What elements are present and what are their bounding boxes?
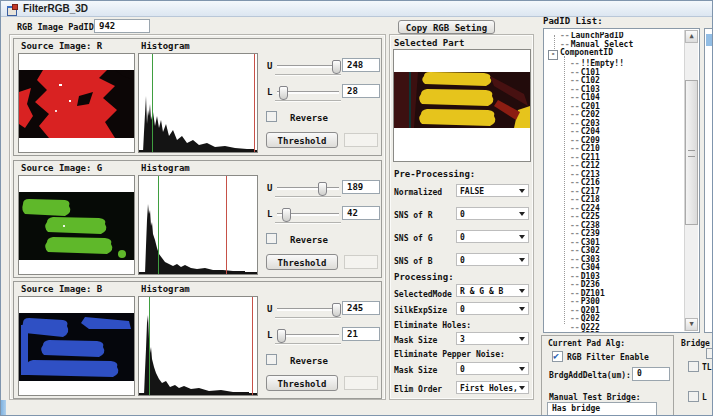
tree-item-label: ComponentID bbox=[560, 48, 613, 57]
sns-b-dropdown[interactable]: 0 bbox=[456, 253, 529, 266]
u-slider-thumb[interactable] bbox=[332, 303, 341, 317]
tree-item[interactable]: C211 bbox=[548, 154, 685, 163]
tree-item[interactable]: !!Empty!! bbox=[548, 60, 685, 69]
tree-item[interactable]: C303 bbox=[548, 256, 685, 265]
preprocessing-title: Pre-Processing: bbox=[394, 169, 475, 179]
l-slider-thumb[interactable] bbox=[277, 329, 286, 343]
tree-item[interactable]: C224 bbox=[548, 205, 685, 214]
bridge-delta-field[interactable]: 0 bbox=[632, 367, 670, 381]
u-value-field[interactable]: 248 bbox=[342, 58, 380, 72]
holes-mask-dropdown[interactable]: 3 bbox=[456, 332, 529, 345]
tree-scrollbar[interactable]: ▲ ▼ bbox=[684, 30, 698, 331]
l-value-field[interactable]: 21 bbox=[342, 327, 380, 341]
l-slider[interactable] bbox=[277, 213, 339, 216]
u-value-field[interactable]: 189 bbox=[342, 180, 380, 194]
selected-mode-dropdown[interactable]: R & G & B bbox=[456, 284, 529, 297]
tree-item[interactable]: C304 bbox=[548, 264, 685, 273]
sns-g-dropdown[interactable]: 0 bbox=[456, 230, 529, 243]
u-slider[interactable] bbox=[277, 187, 339, 190]
u-value-field[interactable]: 245 bbox=[342, 301, 380, 315]
sns-g-value: 0 bbox=[460, 233, 465, 242]
elim-order-dropdown[interactable]: First Holes, bbox=[456, 381, 529, 394]
sns-g-label: SNS of G bbox=[394, 234, 433, 243]
u-slider-thumb[interactable] bbox=[332, 60, 341, 74]
tree-item[interactable]: C217 bbox=[548, 188, 685, 197]
tree-item[interactable]: C101 bbox=[548, 69, 685, 78]
l-slider[interactable] bbox=[277, 334, 339, 337]
pad-id-field[interactable]: 942 bbox=[94, 19, 150, 33]
threshold-button[interactable]: Threshold bbox=[266, 132, 338, 148]
reverse-checkbox[interactable] bbox=[266, 111, 277, 122]
source-image-g bbox=[18, 175, 135, 275]
tree-item[interactable]: C203 bbox=[548, 120, 685, 129]
tree-item[interactable]: C212 bbox=[548, 162, 685, 171]
bridge-tl-checkbox[interactable] bbox=[688, 361, 699, 372]
pepper-mask-dropdown[interactable]: 0 bbox=[456, 362, 529, 375]
tree-item[interactable]: C218 bbox=[548, 196, 685, 205]
normalized-dropdown[interactable]: FALSE bbox=[456, 184, 529, 197]
sns-r-dropdown[interactable]: 0 bbox=[456, 207, 529, 220]
tree-item[interactable]: DZ101 bbox=[548, 290, 685, 299]
tree-item[interactable]: C302 bbox=[548, 247, 685, 256]
source-image-r bbox=[18, 53, 135, 153]
tree-item[interactable]: C204 bbox=[548, 128, 685, 137]
tree-item[interactable]: D103 bbox=[548, 273, 685, 282]
tree-item[interactable]: C103 bbox=[548, 86, 685, 95]
tree-item[interactable]: C210 bbox=[548, 145, 685, 154]
tree-item[interactable]: C209 bbox=[548, 137, 685, 146]
bridge-checkbox-partial[interactable] bbox=[706, 348, 713, 359]
lower-threshold-marker bbox=[149, 297, 150, 395]
window-border-fragment bbox=[1, 400, 6, 416]
tree-item[interactable]: D236 bbox=[548, 281, 685, 290]
reverse-checkbox[interactable] bbox=[266, 233, 277, 244]
histogram-r-label: Histogram bbox=[141, 41, 190, 51]
l-slider-thumb[interactable] bbox=[282, 208, 291, 222]
tree-item[interactable]: C225 bbox=[548, 213, 685, 222]
title-bar[interactable]: FilterRGB_3D bbox=[1, 1, 712, 17]
channel-panel-r: Source Image: R Histogram U bbox=[13, 38, 382, 156]
threshold-result-box bbox=[344, 133, 378, 147]
silk-exp-dropdown[interactable]: 0 bbox=[456, 302, 529, 315]
tree-item[interactable]: Q202 bbox=[548, 315, 685, 324]
manual-bridge-field[interactable]: Has bridge bbox=[547, 402, 657, 416]
tree-item[interactable]: Q222 bbox=[548, 324, 685, 333]
scroll-thumb[interactable] bbox=[685, 80, 698, 225]
u-slider[interactable] bbox=[277, 308, 339, 311]
elim-order-label: Elim Order bbox=[394, 385, 442, 394]
l-slider-thumb[interactable] bbox=[279, 86, 288, 100]
l-value-field[interactable]: 42 bbox=[342, 206, 380, 220]
bridge-l-label: L bbox=[702, 393, 707, 402]
tree-item[interactable]: C201 bbox=[548, 103, 685, 112]
selected-mode-label: SelectedMode bbox=[394, 290, 452, 299]
side-listbox-partial[interactable] bbox=[704, 28, 713, 333]
tree-item[interactable]: C239 bbox=[548, 230, 685, 239]
scroll-down-icon[interactable]: ▼ bbox=[685, 318, 698, 331]
sns-r-value: 0 bbox=[460, 210, 465, 219]
l-slider[interactable] bbox=[277, 91, 339, 94]
reverse-checkbox[interactable] bbox=[266, 354, 277, 365]
tree-item[interactable]: C202 bbox=[548, 111, 685, 120]
tree-item[interactable]: Q201 bbox=[548, 307, 685, 316]
tree-item[interactable]: C238 bbox=[548, 222, 685, 231]
tree-item[interactable]: C216 bbox=[548, 179, 685, 188]
l-slider-ticks bbox=[275, 343, 341, 344]
tree-item[interactable]: P300 bbox=[548, 298, 685, 307]
l-value-field[interactable]: 28 bbox=[342, 84, 380, 98]
tree-item[interactable]: C213 bbox=[548, 171, 685, 180]
copy-rgb-setting-button[interactable]: Copy RGB Seting bbox=[398, 20, 495, 34]
selected-part-image bbox=[393, 49, 531, 162]
chevron-down-icon bbox=[519, 189, 525, 193]
bridge-l-checkbox[interactable] bbox=[688, 391, 699, 402]
tree-collapse-icon[interactable]: - bbox=[548, 50, 558, 60]
tree-item[interactable]: C301 bbox=[548, 239, 685, 248]
tree-item[interactable]: C104 bbox=[548, 94, 685, 103]
sns-b-value: 0 bbox=[460, 256, 465, 265]
threshold-button[interactable]: Threshold bbox=[266, 375, 338, 391]
u-slider[interactable] bbox=[277, 65, 339, 68]
rgb-filter-checkbox[interactable] bbox=[552, 351, 563, 362]
threshold-button[interactable]: Threshold bbox=[266, 254, 338, 270]
u-slider-thumb[interactable] bbox=[318, 182, 327, 196]
selected-part-label: Selected Part bbox=[394, 38, 464, 48]
tree-item[interactable]: C102 bbox=[548, 77, 685, 86]
scroll-up-icon[interactable]: ▲ bbox=[685, 30, 698, 43]
